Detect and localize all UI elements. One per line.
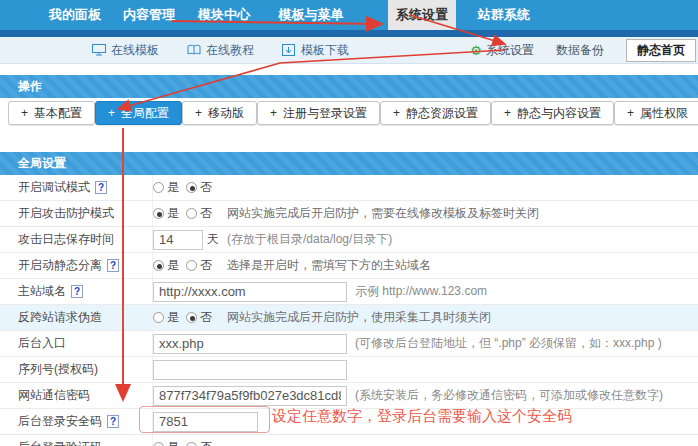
radio-no[interactable]: 否 — [186, 205, 212, 222]
radio-yes[interactable]: 是 — [153, 439, 179, 446]
mobile-version-button[interactable]: +移动版 — [182, 101, 257, 125]
nav-tab-templates-menus[interactable]: 模板与菜单 — [262, 0, 360, 30]
row-label: 反跨站请求伪造 — [18, 309, 102, 326]
row-label: 主站域名 — [18, 283, 66, 300]
static-home-button[interactable]: 静态首页 — [626, 39, 696, 62]
main-domain-input[interactable] — [153, 282, 347, 302]
top-nav-bar: 我的面板 内容管理 模块中心 模板与菜单 系统设置 站群系统 — [0, 0, 698, 30]
toolbar-right-group: ⚙ 系统设置 数据备份 静态首页 — [470, 39, 698, 62]
basic-config-button[interactable]: +基本配置 — [8, 101, 95, 125]
radio-no[interactable]: 否 — [186, 309, 212, 326]
plus-icon: + — [108, 106, 115, 120]
toolbar-data-backup-label: 数据备份 — [556, 42, 604, 59]
help-icon[interactable]: ? — [107, 415, 119, 428]
gear-icon: ⚙ — [470, 44, 482, 57]
row-note: 网站实施完成后开启防护，需要在线修改模板及标签时关闭 — [227, 205, 539, 222]
table-row-debug-mode: 开启调试模式? 是 否 — [0, 175, 698, 201]
admin-entrance-input[interactable] — [153, 334, 347, 354]
attribute-permission-button[interactable]: +属性权限 — [614, 101, 698, 125]
row-label: 开启攻击防护模式 — [18, 205, 114, 222]
plus-icon: + — [270, 106, 277, 120]
row-suffix: 天 — [207, 231, 219, 248]
toolbar-item-online-templates[interactable]: 在线模板 — [92, 42, 159, 59]
plus-icon: + — [195, 106, 202, 120]
table-row-admin-login-captcha: 后台登录验证码 是 否 — [0, 435, 698, 446]
nav-tab-system-settings[interactable]: 系统设置 — [388, 0, 456, 30]
static-resource-settings-button[interactable]: +静态资源设置 — [380, 101, 491, 125]
security-code-annotation-text: 设定任意数字，登录后台需要输入这个安全码 — [272, 407, 572, 426]
row-note: (可修改后台登陆地址，但 “.php” 必须保留，如：xxx.php ) — [355, 335, 662, 352]
admin-security-code-input[interactable] — [153, 412, 258, 432]
table-row-dynamic-static-separation: 开启动静态分离? 是 否 选择是开启时，需填写下方的主站域名 — [0, 253, 698, 279]
table-row-attack-protection: 开启攻击防护模式 是 否 网站实施完成后开启防护，需要在线修改模板及标签时关闭 — [0, 201, 698, 227]
operations-section-header: 操作 — [0, 75, 698, 98]
toolbar-data-backup[interactable]: 数据备份 — [556, 42, 604, 59]
table-row-serial-number: 序列号(授权码) — [0, 357, 698, 383]
nav-tab-my-panel[interactable]: 我的面板 — [38, 0, 112, 30]
radio-no[interactable]: 否 — [186, 179, 212, 196]
nav-tab-site-group[interactable]: 站群系统 — [466, 0, 542, 30]
row-label: 序列号(授权码) — [18, 361, 98, 378]
nav-tab-content[interactable]: 内容管理 — [112, 0, 186, 30]
toolbar-system-settings-label: 系统设置 — [486, 42, 534, 59]
row-label: 开启调试模式 — [18, 179, 90, 196]
row-label: 攻击日志保存时间 — [18, 231, 114, 248]
toolbar-item-label: 模板下载 — [301, 42, 349, 59]
global-settings-section-header: 全局设置 — [0, 152, 698, 175]
static-content-settings-button[interactable]: +静态与内容设置 — [491, 101, 614, 125]
plus-icon: + — [627, 106, 634, 120]
download-icon — [282, 44, 296, 56]
row-note: (存放于根目录/data/log/目录下) — [227, 231, 392, 248]
toolbar-item-label: 在线模板 — [111, 42, 159, 59]
secondary-toolbar: 在线模板 在线教程 模板下载 ⚙ 系统设置 数据备份 静态首页 — [0, 37, 698, 64]
settings-table: 开启调试模式? 是 否 开启攻击防护模式 是 否 网站实施完成后开启防护，需要在… — [0, 175, 698, 446]
row-label: 网站通信密码 — [18, 387, 90, 404]
attack-log-days-input[interactable] — [153, 230, 203, 250]
table-row-csrf-protection: 反跨站请求伪造 是 否 网站实施完成后开启防护，使用采集工具时须关闭 — [0, 305, 698, 331]
help-icon[interactable]: ? — [95, 181, 107, 194]
table-row-attack-log-days: 攻击日志保存时间 天 (存放于根目录/data/log/目录下) — [0, 227, 698, 253]
register-login-settings-button[interactable]: +注册与登录设置 — [257, 101, 380, 125]
radio-no[interactable]: 否 — [186, 439, 212, 446]
row-label: 开启动静态分离 — [18, 257, 102, 274]
toolbar-system-settings[interactable]: ⚙ 系统设置 — [470, 42, 534, 59]
table-row-admin-entrance: 后台入口 (可修改后台登陆地址，但 “.php” 必须保留，如：xxx.php … — [0, 331, 698, 357]
row-note: 示例 http://www.123.com — [355, 283, 487, 300]
toolbar-item-template-download[interactable]: 模板下载 — [282, 42, 349, 59]
serial-number-input[interactable] — [153, 360, 347, 380]
row-note: 选择是开启时，需填写下方的主站域名 — [227, 257, 431, 274]
row-label: 后台登录安全码 — [18, 413, 102, 430]
plus-icon: + — [21, 106, 28, 120]
nav-divider-strip — [0, 30, 698, 37]
global-config-button[interactable]: +全局配置 — [95, 101, 182, 125]
help-icon[interactable]: ? — [71, 285, 83, 298]
monitor-icon — [92, 44, 106, 56]
row-note: (系统安装后，务必修改通信密码，可添加或修改任意数字) — [355, 387, 663, 404]
radio-yes[interactable]: 是 — [153, 205, 179, 222]
radio-yes[interactable]: 是 — [153, 309, 179, 326]
row-label: 后台入口 — [18, 335, 66, 352]
plus-icon: + — [504, 106, 511, 120]
communication-password-input[interactable] — [153, 386, 347, 406]
toolbar-item-online-tutorial[interactable]: 在线教程 — [187, 42, 254, 59]
book-icon — [187, 44, 201, 56]
plus-icon: + — [393, 106, 400, 120]
radio-yes[interactable]: 是 — [153, 179, 179, 196]
toolbar-item-label: 在线教程 — [206, 42, 254, 59]
row-note: 网站实施完成后开启防护，使用采集工具时须关闭 — [227, 309, 491, 326]
row-label: 后台登录验证码 — [18, 439, 102, 446]
table-row-main-domain: 主站域名? 示例 http://www.123.com — [0, 279, 698, 305]
table-row-communication-password: 网站通信密码 (系统安装后，务必修改通信密码，可添加或修改任意数字) — [0, 383, 698, 409]
help-icon[interactable]: ? — [107, 259, 119, 272]
radio-yes[interactable]: 是 — [153, 257, 179, 274]
nav-tab-modules[interactable]: 模块中心 — [187, 0, 261, 30]
radio-no[interactable]: 否 — [186, 257, 212, 274]
config-button-row: +基本配置 +全局配置 +移动版 +注册与登录设置 +静态资源设置 +静态与内容… — [0, 101, 698, 125]
